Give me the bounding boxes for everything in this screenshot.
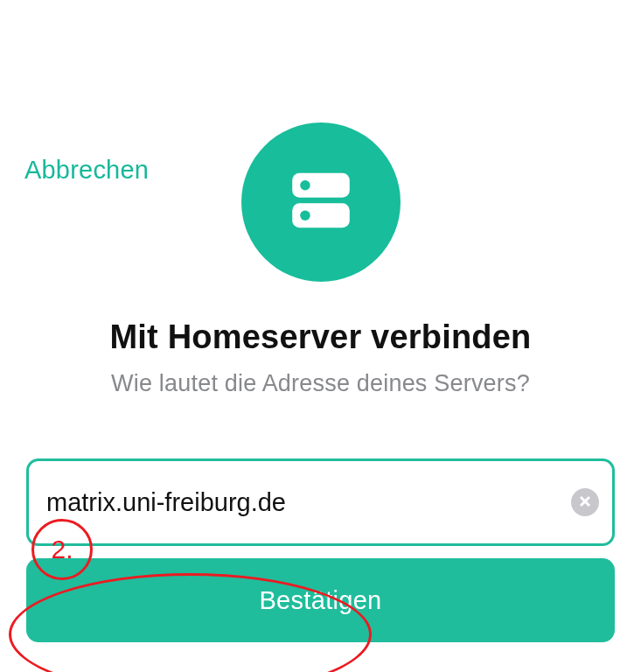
clear-input-button[interactable]	[571, 488, 599, 516]
page-subtitle: Wie lautet die Adresse deines Servers?	[0, 370, 641, 397]
cancel-button[interactable]: Abbrechen	[24, 156, 149, 185]
server-address-input[interactable]	[26, 458, 615, 546]
server-icon-circle	[241, 122, 401, 282]
svg-point-3	[300, 210, 310, 220]
svg-point-1	[300, 180, 310, 190]
page-title: Mit Homeserver verbinden	[0, 318, 641, 356]
server-icon	[285, 164, 357, 240]
server-input-wrap	[26, 458, 615, 546]
confirm-button[interactable]: Bestätigen	[26, 558, 615, 642]
dialog-container: Abbrechen Mit Homeserver verbinden Wie l…	[0, 122, 641, 672]
close-icon	[579, 495, 591, 510]
